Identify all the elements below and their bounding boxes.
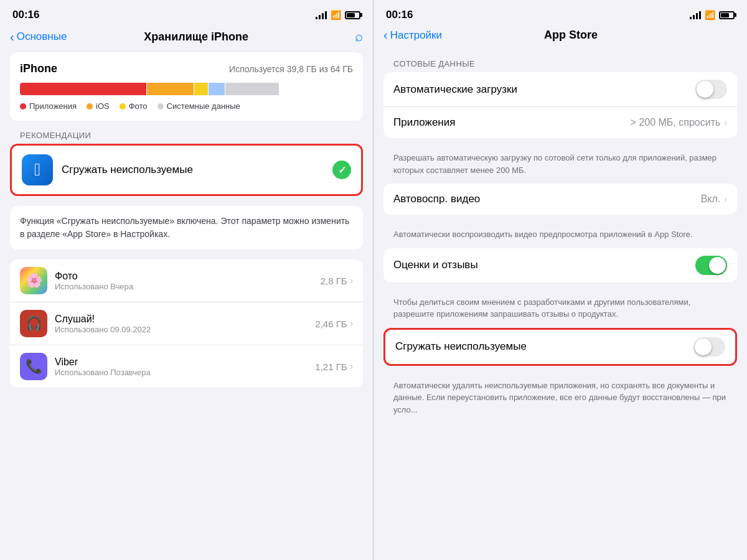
- bar-photos: [194, 83, 207, 95]
- legend-ios: iOS: [87, 101, 110, 111]
- right-status-time: 00:16: [386, 9, 413, 21]
- storage-header: iPhone Используется 39,8 ГБ из 64 ГБ: [20, 62, 353, 75]
- rec-description-block: Функция «Сгружать неиспользуемые» включе…: [10, 206, 363, 250]
- offload-label: Сгружать неиспользуемые: [395, 340, 693, 353]
- viber-app-last-used: Использовано Позавчера: [55, 368, 308, 377]
- lisnr-app-last-used: Использовано 09.09.2022: [55, 325, 308, 334]
- signal-bars-icon: [316, 11, 327, 19]
- offload-toggle[interactable]: [693, 337, 725, 357]
- viber-chevron-icon: ›: [350, 361, 353, 372]
- lisnr-app-icon: 🎧: [20, 310, 47, 337]
- appstore-icon: : [22, 154, 53, 185]
- right-nav-bar: ‹ Настройки App Store: [374, 26, 747, 49]
- right-status-icons: 📶: [690, 10, 735, 20]
- device-name: iPhone: [20, 62, 57, 75]
- storage-legend: Приложения iOS Фото Системные данные: [20, 101, 353, 111]
- storage-bar: [20, 83, 353, 95]
- offload-description: Автоматически удалять неиспользуемые при…: [374, 376, 747, 424]
- left-back-label: Основные: [17, 30, 67, 43]
- legend-photos-label: Фото: [129, 101, 148, 111]
- ratings-toggle[interactable]: [695, 256, 727, 275]
- left-status-icons: 📶: [316, 10, 360, 20]
- offload-item[interactable]: Сгружать неиспользуемые: [385, 330, 735, 364]
- left-panel: 00:16 📶 ‹ Основные Хранилище iPhone ⌕: [0, 0, 374, 560]
- right-battery-icon: [719, 11, 735, 19]
- ratings-description: Чтобы делиться своим мнением с разработч…: [374, 292, 747, 328]
- legend-photos: Фото: [120, 101, 148, 111]
- app-list: 🌸 Фото Использовано Вчера 2,8 ГБ › 🎧 Слу…: [10, 259, 363, 388]
- lisnr-app-info: Слушай! Использовано 09.09.2022: [55, 314, 308, 334]
- right-back-label: Настройки: [390, 29, 442, 42]
- left-status-bar: 00:16 📶: [0, 0, 373, 26]
- legend-system: Системные данные: [157, 101, 240, 111]
- left-back-button[interactable]: ‹ Основные: [10, 30, 67, 43]
- apps-size-item[interactable]: Приложения > 200 МБ, спросить ›: [383, 107, 737, 138]
- check-icon: ✓: [332, 161, 351, 179]
- app-item-photos[interactable]: 🌸 Фото Использовано Вчера 2,8 ГБ ›: [10, 259, 363, 302]
- lisnr-app-name: Слушай!: [55, 314, 308, 325]
- video-description: Автоматически воспроизводить видео предп…: [374, 225, 747, 248]
- legend-system-label: Системные данные: [167, 101, 240, 111]
- right-back-button[interactable]: ‹ Настройки: [383, 29, 442, 42]
- auto-downloads-label: Автоматические загрузки: [393, 83, 695, 96]
- right-scroll-area: СОТОВЫЕ ДАННЫЕ Автоматические загрузки П…: [374, 49, 747, 560]
- rec-item[interactable]:  Сгружать неиспользуемые ✓: [12, 146, 361, 194]
- right-status-bar: 00:16 📶: [374, 0, 747, 26]
- viber-app-name: Viber: [55, 357, 308, 368]
- left-status-time: 00:16: [12, 9, 39, 21]
- legend-ios-dot: [87, 103, 93, 110]
- photos-chevron-icon: ›: [350, 275, 353, 286]
- left-nav-bar: ‹ Основные Хранилище iPhone ⌕: [0, 26, 373, 52]
- viber-app-icon: 📞: [20, 353, 47, 380]
- ratings-item[interactable]: Оценки и отзывы: [383, 248, 737, 282]
- lisnr-chevron-icon: ›: [350, 318, 353, 329]
- rec-description-text: Функция «Сгружать неиспользуемые» включе…: [20, 216, 349, 239]
- legend-system-dot: [157, 103, 164, 110]
- video-item[interactable]: Автовоспр. видео Вкл. ›: [383, 184, 737, 215]
- ratings-label: Оценки и отзывы: [393, 259, 695, 271]
- right-nav-title: App Store: [442, 29, 700, 42]
- right-signal-bars-icon: [690, 11, 701, 19]
- apps-size-chevron-icon: ›: [724, 118, 727, 128]
- photos-app-name: Фото: [55, 271, 313, 282]
- video-value: Вкл.: [701, 194, 721, 205]
- legend-apps-dot: [20, 103, 26, 110]
- recommendations-section-label: РЕКОМЕНДАЦИИ: [0, 131, 373, 140]
- rec-label: Сгружать неиспользуемые: [62, 164, 324, 176]
- auto-downloads-toggle[interactable]: [695, 80, 727, 99]
- auto-downloads-item[interactable]: Автоматические загрузки: [383, 72, 737, 107]
- bar-light: [209, 83, 225, 95]
- video-settings-group: Автовоспр. видео Вкл. ›: [383, 184, 737, 215]
- viber-app-info: Viber Использовано Позавчера: [55, 357, 308, 377]
- bar-apps: [20, 83, 146, 95]
- cellular-settings-group: Автоматические загрузки Приложения > 200…: [383, 72, 737, 138]
- back-chevron-icon: ‹: [10, 30, 14, 43]
- right-wifi-icon: 📶: [705, 10, 715, 20]
- legend-photos-dot: [120, 103, 126, 110]
- right-back-chevron-icon: ‹: [383, 29, 388, 41]
- photos-app-info: Фото Использовано Вчера: [55, 271, 313, 291]
- cellular-description: Разрешать автоматическую загрузку по сот…: [374, 148, 747, 184]
- legend-ios-label: iOS: [96, 101, 110, 111]
- legend-apps: Приложения: [20, 101, 77, 111]
- recommendation-card:  Сгружать неиспользуемые ✓: [10, 144, 363, 196]
- wifi-icon: 📶: [331, 10, 341, 20]
- search-icon[interactable]: ⌕: [355, 29, 363, 45]
- apps-size-label: Приложения: [393, 116, 631, 129]
- storage-card: iPhone Используется 39,8 ГБ из 64 ГБ При…: [10, 52, 363, 121]
- ratings-settings-group: Оценки и отзывы: [383, 248, 737, 282]
- viber-app-size: 1,21 ГБ ›: [315, 361, 353, 372]
- apps-size-value: > 200 МБ, спросить: [631, 117, 721, 128]
- left-nav-title: Хранилище iPhone: [67, 30, 326, 44]
- left-scroll-area: iPhone Используется 39,8 ГБ из 64 ГБ При…: [0, 52, 373, 560]
- battery-icon: [345, 11, 360, 19]
- photos-app-icon: 🌸: [20, 267, 47, 294]
- photos-app-last-used: Использовано Вчера: [55, 282, 313, 291]
- legend-apps-label: Приложения: [29, 101, 77, 111]
- cellular-section-label: СОТОВЫЕ ДАННЫЕ: [374, 49, 747, 72]
- app-item-lisnr[interactable]: 🎧 Слушай! Использовано 09.09.2022 2,46 Г…: [10, 302, 363, 345]
- video-chevron-icon: ›: [724, 194, 727, 204]
- video-label: Автовоспр. видео: [393, 193, 701, 205]
- app-item-viber[interactable]: 📞 Viber Использовано Позавчера 1,21 ГБ ›: [10, 345, 363, 388]
- bar-system: [225, 83, 279, 95]
